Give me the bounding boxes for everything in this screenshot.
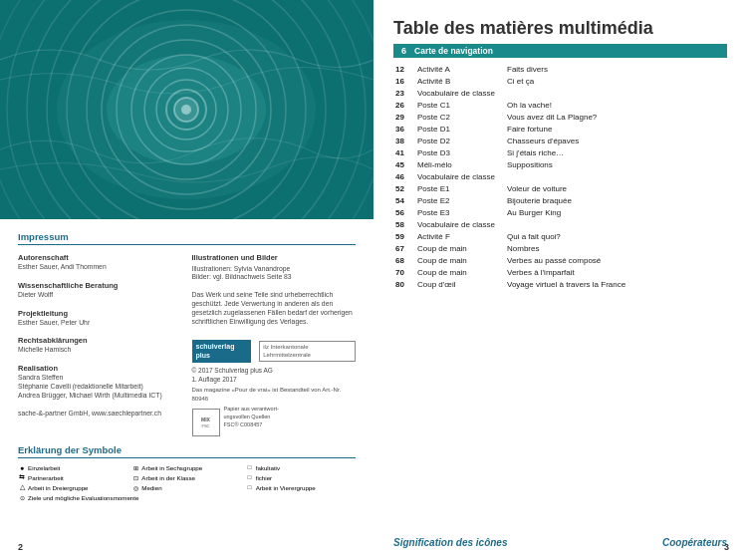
toc-section: Poste E3 bbox=[415, 207, 505, 219]
toc-row: 12Activité AFaits divers bbox=[393, 64, 727, 76]
toc-num: 70 bbox=[393, 267, 415, 279]
toc-row: 70Coup de mainVerbes à l'imparfait bbox=[393, 267, 727, 279]
partnerarbeit-label: Partnerarbeit bbox=[28, 474, 64, 481]
toc-row: 67Coup de mainNombres bbox=[393, 243, 727, 255]
sym-dreiergruppe: △ Arbeit in Dreiergruppe bbox=[18, 483, 127, 491]
vierergruppe-label: Arbeit in Vierergruppe bbox=[256, 484, 316, 491]
toc-title: Au Burger King bbox=[505, 207, 727, 219]
toc-section: Vocabulaire de classe bbox=[415, 88, 505, 100]
toc-num: 41 bbox=[393, 147, 415, 159]
toc-title: Faits divers bbox=[505, 64, 727, 76]
toc-row: 45Méli-méloSuppositions bbox=[393, 159, 727, 171]
evaluation-icon: ⊙ bbox=[18, 493, 26, 501]
toc-num: 59 bbox=[393, 231, 415, 243]
bottom-labels: Signification des icônes Coopérateurs bbox=[393, 537, 727, 548]
toc-title: Voyage virtuel à travers la France bbox=[505, 279, 727, 291]
toc-title: Nombres bbox=[505, 243, 727, 255]
toc-section: Poste E2 bbox=[415, 195, 505, 207]
toc-num: 45 bbox=[393, 159, 415, 171]
fsc-logo: MIX FSC bbox=[192, 409, 220, 436]
illustrations-text: Illustrationen: Sylvia VanandropeBilder:… bbox=[192, 265, 357, 283]
magazine-text: Das magazine «Pour de vrai» ist Bestandt… bbox=[192, 386, 357, 403]
realisation-label: Realisation bbox=[18, 364, 182, 373]
toc-table: 12Activité AFaits divers16Activité BCi e… bbox=[393, 64, 727, 291]
toc-section: Coup de main bbox=[415, 255, 505, 267]
impressum-left-col: Autorenschaft Esther Sauer, Andi Thommen… bbox=[18, 253, 182, 436]
vierergruppe-icon: □ bbox=[246, 483, 254, 491]
toc-row: 23Vocabulaire de classe bbox=[393, 88, 727, 100]
einzelarbeit-label: Einzelarbeit bbox=[28, 464, 60, 471]
right-page: Table des matières multimédia 6 Carte de… bbox=[374, 0, 747, 560]
toc-num: 56 bbox=[393, 207, 415, 219]
fsc-row: MIX FSC Papier aus verantwort-ungsvollen… bbox=[192, 406, 357, 436]
toc-num: 16 bbox=[393, 76, 415, 88]
toc-title: Ci et ça bbox=[505, 76, 727, 88]
erklarung-title: Erklärung der Symbole bbox=[18, 444, 356, 458]
sym-fakultativ: □ fakultativ bbox=[246, 463, 356, 471]
toc-num: 68 bbox=[393, 255, 415, 267]
sym-vierergruppe: □ Arbeit in Vierergruppe bbox=[246, 483, 356, 491]
toc-num: 23 bbox=[393, 88, 415, 100]
beratung-label: Wissenschaftliche Beratung bbox=[18, 281, 182, 290]
toc-section: Coup de main bbox=[415, 267, 505, 279]
toc-row: 52Poste E1Voleur de voiture bbox=[393, 183, 727, 195]
impressum-section: Impressum Autorenschaft Esther Sauer, An… bbox=[0, 219, 374, 560]
fichier-label: fichier bbox=[256, 474, 273, 481]
projektleitung-label: Projektleitung bbox=[18, 309, 182, 318]
sym-klasse: ⊡ Arbeit in der Klasse bbox=[131, 473, 241, 481]
nav-number: 6 bbox=[401, 46, 406, 56]
toc-row: 46Vocabulaire de classe bbox=[393, 171, 727, 183]
toc-section: Poste D2 bbox=[415, 136, 505, 147]
toc-row: 41Poste D3Si j'étais riche… bbox=[393, 147, 727, 159]
toc-row: 29Poste C2Vous avez dit La Plagne? bbox=[393, 112, 727, 124]
klasse-label: Arbeit in der Klasse bbox=[141, 474, 195, 481]
table-title: Table des matières multimédia bbox=[393, 18, 727, 40]
toc-title: Vous avez dit La Plagne? bbox=[505, 112, 727, 124]
bottom-right-label: Coopérateurs bbox=[662, 537, 727, 548]
toc-num: 54 bbox=[393, 195, 415, 207]
sym-sechsgruppe: ⊞ Arbeit in Sechsgruppe bbox=[131, 463, 241, 471]
partner-text: sache-&-partner GmbH, www.saechlepartner… bbox=[18, 410, 182, 419]
legal-text: Das Werk und seine Teile sind urheberrec… bbox=[192, 291, 357, 326]
sym-partnerarbeit: ⇆ Partnerarbeit bbox=[18, 473, 127, 481]
toc-title: Qui a fait quoi? bbox=[505, 231, 727, 243]
toc-title: Bijouterie braquée bbox=[505, 195, 727, 207]
autorenschaft-label: Autorenschaft bbox=[18, 253, 182, 262]
left-page: Impressum Autorenschaft Esther Sauer, An… bbox=[0, 0, 374, 560]
toc-title: Chasseurs d'épaves bbox=[505, 136, 727, 147]
realisation-text: Sandra SteffenStéphanie Cavelli (redakti… bbox=[18, 374, 182, 400]
toc-row: 16Activité BCi et ça bbox=[393, 76, 727, 88]
toc-section: Méli-mélo bbox=[415, 159, 505, 171]
medien-icon: ◎ bbox=[131, 483, 139, 491]
toc-title bbox=[505, 171, 727, 183]
toc-row: 58Vocabulaire de classe bbox=[393, 219, 727, 231]
toc-title: Si j'étais riche… bbox=[505, 147, 727, 159]
illustrations-label: Illustrationen und Bilder bbox=[192, 253, 357, 264]
toc-num: 80 bbox=[393, 279, 415, 291]
rechts-text: Michelle Hamisch bbox=[18, 346, 182, 355]
ilz-logo: ilz Interkantonale Lehrmittelzentrale bbox=[259, 341, 356, 362]
toc-title: Oh la vache! bbox=[505, 100, 727, 112]
sym-fichier: □ fichier bbox=[246, 473, 356, 481]
impressum-title: Impressum bbox=[18, 231, 356, 245]
toc-section: Activité A bbox=[415, 64, 505, 76]
toc-section: Coup de main bbox=[415, 243, 505, 255]
toc-title: Voleur de voiture bbox=[505, 183, 727, 195]
schulverlag-logo: schulverlag plus bbox=[192, 340, 252, 364]
toc-num: 52 bbox=[393, 183, 415, 195]
toc-num: 12 bbox=[393, 64, 415, 76]
copyright-text: © 2017 Schulverlag plus AG1. Auflage 201… bbox=[192, 366, 357, 384]
sym-medien: ◎ Medien bbox=[131, 483, 241, 491]
projektleitung-text: Esther Sauer, Peter Uhr bbox=[18, 319, 182, 328]
svg-point-16 bbox=[107, 55, 266, 164]
beratung-text: Dieter Wolff bbox=[18, 291, 182, 300]
toc-section: Coup d'œil bbox=[415, 279, 505, 291]
toc-title bbox=[505, 219, 727, 231]
toc-section: Poste E1 bbox=[415, 183, 505, 195]
impressum-grid: Autorenschaft Esther Sauer, Andi Thommen… bbox=[18, 253, 356, 436]
fakultativ-icon: □ bbox=[246, 463, 254, 471]
fsc-text: Papier aus verantwort-ungsvollen Quellen… bbox=[224, 406, 279, 428]
sym-einzelarbeit: ● Einzelarbeit bbox=[18, 463, 127, 471]
impressum-right-col: Illustrationen und Bilder Illustrationen… bbox=[192, 253, 357, 436]
toc-title: Verbes à l'imparfait bbox=[505, 267, 727, 279]
